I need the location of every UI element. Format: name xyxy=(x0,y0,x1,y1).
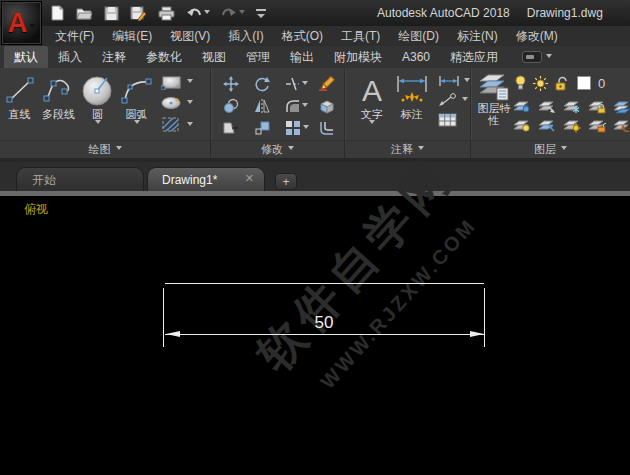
chevron-down-icon xyxy=(95,120,101,127)
hatch-button[interactable] xyxy=(161,116,193,134)
ribbon-tab-annotate[interactable]: 注释 xyxy=(92,46,136,68)
panel-layers: 图层特性 0 xyxy=(470,68,630,158)
ribbon-tab-home[interactable]: 默认 xyxy=(4,46,48,68)
text-button[interactable]: A 文字 xyxy=(353,68,391,140)
menu-view[interactable]: 视图(V) xyxy=(161,26,219,47)
dimension-line[interactable] xyxy=(165,334,485,335)
application-menu-button[interactable]: A xyxy=(1,1,42,45)
drawing-canvas[interactable]: 俯视 50 xyxy=(0,196,630,475)
move-button[interactable] xyxy=(223,76,245,92)
rectangle-button[interactable] xyxy=(161,75,193,90)
new-drawing-tab-button[interactable] xyxy=(275,173,297,190)
menu-file[interactable]: 文件(F) xyxy=(46,26,103,47)
rotate-icon xyxy=(254,76,270,92)
ribbon-tab-featured[interactable]: 精选应用 xyxy=(440,46,508,68)
polyline-icon xyxy=(41,74,77,106)
menu-draw[interactable]: 绘图(D) xyxy=(389,26,448,47)
ellipse-icon xyxy=(161,96,183,110)
chevron-down-icon xyxy=(462,97,468,104)
menu-insert[interactable]: 插入(I) xyxy=(219,26,272,47)
mirror-button[interactable] xyxy=(254,98,276,114)
explode-button[interactable] xyxy=(318,98,340,114)
chevron-down-icon xyxy=(302,81,308,88)
panel-annotation-title[interactable]: 注释 xyxy=(345,140,470,158)
rotate-button[interactable] xyxy=(254,76,276,92)
panel-layers-title[interactable]: 图层 xyxy=(471,140,630,158)
table-icon xyxy=(438,113,458,128)
ribbon-tab-manage[interactable]: 管理 xyxy=(236,46,280,68)
layer-unlock-icon[interactable] xyxy=(588,119,606,133)
layer-previous-icon[interactable] xyxy=(613,119,630,133)
array-button[interactable] xyxy=(285,120,309,136)
qat-customize-button[interactable] xyxy=(256,8,266,18)
stretch-button[interactable] xyxy=(223,120,245,136)
menu-edit[interactable]: 编辑(E) xyxy=(103,26,161,47)
hatch-icon xyxy=(161,116,183,134)
panel-draw-title[interactable]: 绘图 xyxy=(0,140,210,158)
layer-freeze-icon[interactable] xyxy=(563,100,581,114)
ribbon-tab-parametric[interactable]: 参数化 xyxy=(136,46,192,68)
line-icon xyxy=(3,74,37,106)
new-button[interactable] xyxy=(50,5,65,21)
chevron-down-icon xyxy=(418,146,424,153)
layer-isolate-icon[interactable] xyxy=(538,100,556,114)
layer-properties-icon xyxy=(478,72,510,102)
arc-button[interactable]: 圆弧 xyxy=(117,68,156,140)
file-tab-drawing1[interactable]: Drawing1* xyxy=(147,167,265,192)
redo-button[interactable] xyxy=(221,7,245,20)
layer-on-icon[interactable] xyxy=(513,119,531,133)
layer-dropdown[interactable]: 0 xyxy=(511,72,630,94)
chevron-down-icon xyxy=(29,24,35,31)
move-icon xyxy=(223,76,239,92)
ribbon-tab-view[interactable]: 视图 xyxy=(192,46,236,68)
open-button[interactable] xyxy=(76,6,93,20)
menu-format[interactable]: 格式(O) xyxy=(273,26,332,47)
fillet-button[interactable] xyxy=(285,98,309,114)
layer-properties-button[interactable]: 图层特性 xyxy=(477,68,511,140)
ribbon-style-icon xyxy=(522,51,542,63)
scale-icon xyxy=(254,120,270,136)
layer-unisolate-icon[interactable] xyxy=(538,119,556,133)
undo-button[interactable] xyxy=(186,7,210,20)
ribbon-tab-output[interactable]: 输出 xyxy=(280,46,324,68)
leader-button[interactable] xyxy=(438,93,470,107)
layer-match-icon[interactable] xyxy=(613,100,630,114)
offset-button[interactable] xyxy=(318,120,340,136)
trim-button[interactable] xyxy=(285,76,309,92)
table-button[interactable] xyxy=(438,113,470,128)
circle-button[interactable]: 圆 xyxy=(78,68,117,140)
save-as-button[interactable] xyxy=(130,6,147,21)
erase-button[interactable] xyxy=(318,76,340,92)
scale-button[interactable] xyxy=(254,120,276,136)
explode-icon xyxy=(318,98,335,114)
menu-tools[interactable]: 工具(T) xyxy=(332,26,389,47)
document-title: Drawing1.dwg xyxy=(527,6,603,20)
ellipse-button[interactable] xyxy=(161,96,193,110)
chevron-down-icon xyxy=(302,103,308,110)
menu-modify[interactable]: 修改(M) xyxy=(507,26,567,47)
viewport-view-label[interactable]: 俯视 xyxy=(24,201,48,218)
close-tab-icon[interactable] xyxy=(245,173,254,184)
plot-button[interactable] xyxy=(158,6,175,21)
file-tab-start[interactable]: 开始 xyxy=(16,167,144,192)
panel-modify-title[interactable]: 修改 xyxy=(211,140,344,158)
copy-button[interactable] xyxy=(223,98,245,114)
menu-bar: 文件(F) 编辑(E) 视图(V) 插入(I) 格式(O) 工具(T) 绘图(D… xyxy=(0,26,630,46)
dimension-text[interactable]: 50 xyxy=(295,313,353,333)
save-button[interactable] xyxy=(104,6,119,21)
ribbon: 直线 多段线 圆 xyxy=(0,68,630,158)
line-button[interactable]: 直线 xyxy=(0,68,39,140)
layer-off-icon[interactable] xyxy=(513,100,531,114)
ribbon-tab-addins[interactable]: 附加模块 xyxy=(324,46,392,68)
dimension-button[interactable]: 标注 xyxy=(391,68,433,140)
drawn-line[interactable] xyxy=(165,283,484,284)
mirror-icon xyxy=(254,98,270,114)
menu-dimension[interactable]: 标注(N) xyxy=(448,26,507,47)
ribbon-tab-insert[interactable]: 插入 xyxy=(48,46,92,68)
layer-lock-icon[interactable] xyxy=(588,100,606,114)
ribbon-tab-a360[interactable]: A360 xyxy=(392,46,440,68)
layer-thaw-icon[interactable] xyxy=(563,119,581,133)
linear-dimension-button[interactable] xyxy=(438,75,470,87)
polyline-button[interactable]: 多段线 xyxy=(39,68,78,140)
ribbon-style-toggle-button[interactable] xyxy=(522,46,552,68)
